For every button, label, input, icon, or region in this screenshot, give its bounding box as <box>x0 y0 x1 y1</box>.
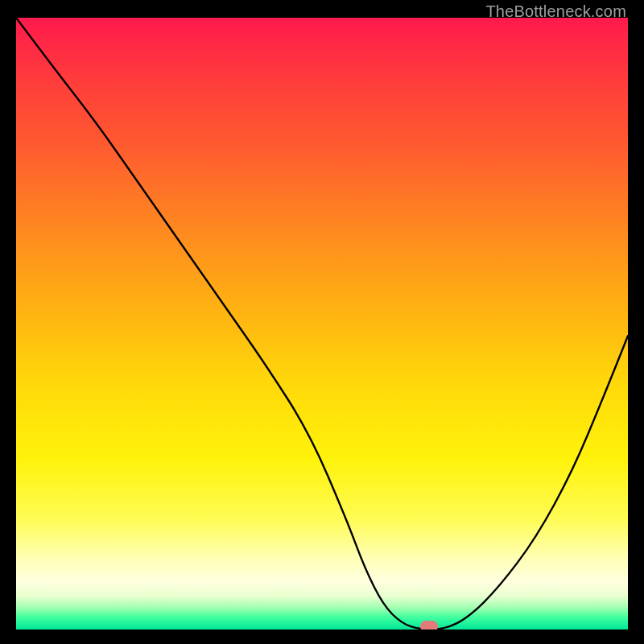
optimal-point-marker <box>420 621 438 630</box>
plot-area <box>16 18 628 630</box>
bottleneck-curve <box>16 18 628 630</box>
chart-frame: TheBottleneck.com <box>0 0 644 644</box>
